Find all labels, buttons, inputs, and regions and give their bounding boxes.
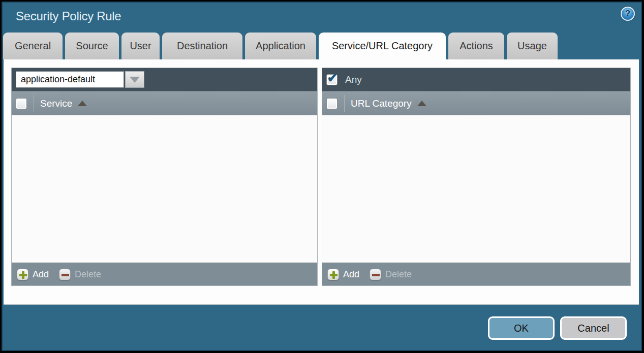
url-category-column-header[interactable]: URL Category (322, 91, 630, 115)
url-category-table-body[interactable] (322, 115, 630, 263)
tab-usage[interactable]: Usage (507, 33, 558, 59)
url-category-panel-toolbar: Add Delete (322, 263, 630, 285)
sort-ascending-icon (78, 101, 87, 106)
service-panel-header: application-default (12, 68, 317, 91)
service-column-label: Service (40, 98, 72, 109)
service-select-all-checkbox[interactable] (16, 98, 27, 109)
delete-button-label: Delete (75, 269, 101, 280)
tab-application[interactable]: Application (245, 33, 316, 59)
service-add-button[interactable]: Add (17, 269, 49, 280)
any-checkbox-label: Any (345, 74, 362, 85)
ok-button[interactable]: OK (488, 316, 555, 340)
minus-icon (59, 269, 71, 280)
url-category-panel: ✔ Any URL Category Add (322, 68, 631, 286)
column-divider (34, 95, 34, 112)
cancel-button[interactable]: Cancel (560, 316, 627, 340)
security-policy-rule-dialog: Security Policy Rule ? General Source Us… (2, 2, 642, 351)
any-checkbox[interactable]: ✔ (326, 74, 338, 85)
url-category-column-label: URL Category (351, 98, 412, 109)
add-button-label: Add (33, 269, 49, 280)
tab-content-service-url-category: application-default Service Add (4, 59, 639, 305)
column-divider (344, 95, 345, 112)
service-type-dropdown[interactable]: application-default (16, 71, 144, 88)
service-panel-toolbar: Add Delete (12, 263, 317, 285)
plus-icon (17, 269, 28, 280)
service-panel: application-default Service Add (11, 68, 318, 286)
checkmark-icon: ✔ (327, 72, 338, 84)
delete-button-label: Delete (385, 269, 412, 280)
tab-bar: General Source User Destination Applicat… (3, 33, 558, 59)
chevron-down-icon (130, 77, 140, 83)
dialog-title: Security Policy Rule (16, 9, 121, 23)
url-category-delete-button[interactable]: Delete (370, 269, 412, 280)
tab-actions[interactable]: Actions (448, 33, 504, 59)
dropdown-arrow-button[interactable] (125, 71, 144, 88)
plus-icon (327, 269, 339, 280)
tab-source[interactable]: Source (65, 33, 119, 59)
sort-ascending-icon (417, 101, 426, 106)
url-category-panel-header: ✔ Any (322, 68, 630, 91)
service-type-dropdown-value[interactable]: application-default (16, 71, 124, 88)
add-button-label: Add (343, 269, 359, 280)
minus-icon (370, 269, 381, 280)
help-icon[interactable]: ? (621, 7, 635, 21)
tab-service-url-category[interactable]: Service/URL Category (319, 33, 446, 59)
service-column-header[interactable]: Service (12, 91, 317, 115)
service-delete-button[interactable]: Delete (59, 269, 101, 280)
tab-destination[interactable]: Destination (162, 33, 242, 59)
tab-general[interactable]: General (3, 33, 63, 59)
tab-user[interactable]: User (121, 33, 160, 59)
url-category-add-button[interactable]: Add (327, 269, 359, 280)
url-category-select-all-checkbox[interactable] (326, 98, 338, 109)
service-table-body[interactable] (12, 115, 317, 263)
